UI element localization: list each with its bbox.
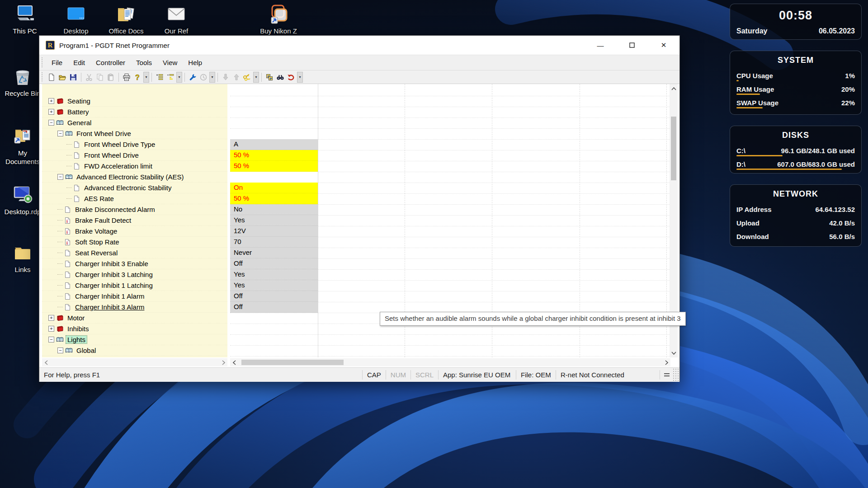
tree-row[interactable]: Charger Inhibit 1 Latching — [42, 280, 227, 291]
print-button[interactable] — [121, 72, 132, 83]
value-cell[interactable]: Off — [230, 291, 318, 302]
tree-item-label[interactable]: Charger Inhibit 1 Alarm — [74, 292, 146, 300]
toolbar-dropdown-icon[interactable]: ▾ — [209, 72, 215, 83]
tree-row[interactable]: Front Wheel Drive Type — [42, 139, 227, 150]
tree-row[interactable]: FWD Acceleration limit — [42, 161, 227, 172]
tree-item-label[interactable]: Global — [75, 347, 97, 354]
help-button[interactable]: ? — [132, 72, 143, 83]
value-cell[interactable]: 70 — [230, 237, 318, 248]
vertical-scrollbar-thumb[interactable] — [671, 117, 676, 180]
tree-expander-minus-icon[interactable]: − — [57, 131, 63, 136]
tree-row[interactable]: iBrake Fault Detect — [42, 215, 227, 226]
tree-row[interactable]: −Global — [42, 345, 227, 356]
grid-scroll-left-icon[interactable] — [230, 358, 238, 366]
value-cell[interactable]: Yes — [230, 280, 318, 291]
scroll-up-icon[interactable] — [670, 84, 678, 93]
grid-scroll-right-icon[interactable] — [662, 358, 670, 366]
value-cell[interactable]: On — [230, 183, 318, 193]
open-button[interactable] — [57, 72, 68, 83]
window-resize-grip[interactable] — [673, 368, 679, 382]
value-cell[interactable]: Off — [230, 258, 318, 269]
value-cell[interactable]: 50 % — [230, 150, 318, 161]
tree-item-label[interactable]: Front Wheel Drive — [75, 130, 132, 137]
tree-item-label[interactable]: Soft Stop Rate — [74, 238, 121, 246]
tree-item-label[interactable]: AES Rate — [83, 195, 115, 202]
desktop-icon-buy-nikon[interactable]: Buy Nikon Z — [257, 4, 300, 36]
close-button[interactable]: ✕ — [648, 36, 679, 55]
tree-item-label[interactable]: Battery — [66, 108, 90, 116]
tree-row[interactable]: −Advanced Electronic Stability (AES) — [42, 172, 227, 183]
tree-expander-minus-icon[interactable]: − — [57, 347, 63, 353]
tree-row[interactable]: +Battery — [42, 107, 227, 117]
tree-item-label[interactable]: Charger Inhibit 1 Latching — [74, 282, 154, 289]
menu-controller[interactable]: Controller — [90, 55, 131, 70]
desktop-icon-my-documents[interactable]: My Documents — [1, 126, 44, 166]
program-pages-button[interactable]: PP — [264, 72, 275, 83]
value-cell[interactable]: 50 % — [230, 193, 318, 204]
wrench-button[interactable] — [187, 72, 198, 83]
toolbar-dropdown-icon[interactable]: ▾ — [297, 72, 303, 83]
tree-item-label[interactable]: Motor — [66, 314, 86, 322]
tree-expander-minus-icon[interactable]: − — [48, 120, 54, 126]
tree-row[interactable]: Brake Disconnected Alarm — [42, 204, 227, 215]
tree-expander-minus-icon[interactable]: − — [57, 174, 63, 180]
find-button[interactable] — [275, 72, 286, 83]
tree-expander-minus-icon[interactable]: − — [48, 337, 54, 343]
tree-row[interactable]: iSoft Stop Rate — [42, 237, 227, 248]
tree-row[interactable]: Charger Inhibit 3 Enable — [42, 258, 227, 269]
tree-item-label[interactable]: Charger Inhibit 3 Latching — [74, 271, 154, 278]
tree-item-label[interactable]: General — [66, 119, 93, 127]
value-cell[interactable]: No — [230, 204, 318, 215]
desktop-icon-recycle-bin[interactable]: Recycle Bin — [1, 66, 44, 98]
window-titlebar[interactable]: R Program1 - PGDT Rnet Programmer — ✕ — [39, 36, 679, 55]
tree-row[interactable]: Charger Inhibit 3 Latching — [42, 269, 227, 280]
tree-item-label[interactable]: Charger Inhibit 3 Alarm — [74, 303, 146, 311]
grid-horizontal-scrollbar[interactable] — [230, 358, 670, 366]
tree-row[interactable]: −Lights — [42, 334, 227, 345]
toolbar-dropdown-icon[interactable]: ▾ — [143, 72, 149, 83]
desktop-icon-links[interactable]: Links — [1, 242, 44, 274]
keys-button[interactable] — [242, 72, 253, 83]
tree-row[interactable]: −Front Wheel Drive — [42, 128, 227, 139]
value-cell[interactable]: Off — [230, 302, 318, 313]
desktop-icon-office-docs[interactable]: Office Docs — [104, 4, 148, 36]
tree-expander-plus-icon[interactable]: + — [48, 326, 54, 332]
new-button[interactable] — [46, 72, 57, 83]
save-button[interactable] — [68, 72, 79, 83]
tree-scroll-right-icon[interactable] — [219, 358, 227, 366]
tree-expander-plus-icon[interactable]: + — [48, 315, 54, 321]
tree-item-label[interactable]: Seat Reversal — [74, 249, 119, 257]
tree-item-label[interactable]: Front Wheel Drive Type — [83, 141, 156, 148]
tree-row[interactable]: Charger Inhibit 1 Alarm — [42, 291, 227, 302]
tree-row[interactable]: Front Wheel Drive — [42, 150, 227, 161]
value-cell[interactable]: 50 % — [230, 161, 318, 172]
desktop-icon-desktop[interactable]: Desktop — [54, 4, 98, 36]
tree-item-label[interactable]: Lights — [66, 336, 87, 343]
tree-item-label[interactable]: Advanced Electronic Stability — [83, 184, 173, 192]
tree-row[interactable]: Charger Inhibit 3 Alarm — [42, 302, 227, 313]
tree-scroll-left-icon[interactable] — [42, 358, 50, 366]
tree-row[interactable]: +Inhibits — [42, 324, 227, 334]
toolbar-gripper[interactable] — [41, 72, 43, 81]
value-cell[interactable]: 12V — [230, 226, 318, 237]
desktop-icon-this-pc[interactable]: This PC — [3, 4, 47, 36]
menu-file[interactable]: File — [46, 55, 68, 70]
desktop-icon-desktop-rdp[interactable]: Desktop.rdp — [1, 184, 44, 216]
maximize-button[interactable] — [616, 36, 648, 55]
menu-edit[interactable]: Edit — [68, 55, 90, 70]
tree-item-label[interactable]: Advanced Electronic Stability (AES) — [75, 173, 185, 181]
menubar-gripper[interactable] — [41, 57, 43, 68]
expand-all-button[interactable] — [154, 72, 165, 83]
tree-item-label[interactable]: FWD Acceleration limit — [83, 162, 154, 170]
tree-item-label[interactable]: Front Wheel Drive — [83, 151, 140, 159]
tree-row[interactable]: iBrake Voltage — [42, 226, 227, 237]
tree-row[interactable]: AES Rate — [42, 193, 227, 204]
menu-view[interactable]: View — [157, 55, 183, 70]
menu-help[interactable]: Help — [183, 55, 208, 70]
tree-row[interactable]: −General — [42, 117, 227, 128]
tree-expander-plus-icon[interactable]: + — [48, 109, 54, 115]
tree-row[interactable]: +Motor — [42, 313, 227, 324]
collapse-all-button[interactable] — [165, 72, 176, 83]
tree-item-label[interactable]: Inhibits — [66, 325, 90, 333]
value-cell[interactable]: Yes — [230, 269, 318, 280]
